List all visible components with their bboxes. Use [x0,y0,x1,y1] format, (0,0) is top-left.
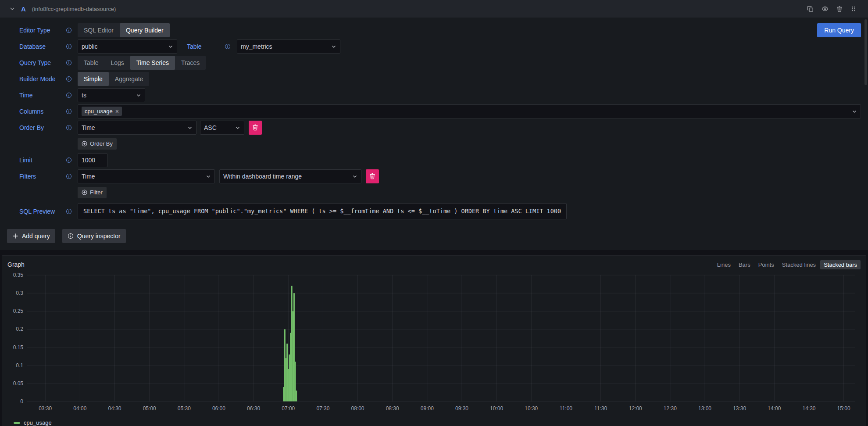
svg-text:11:30: 11:30 [594,405,607,412]
query-type-row: Query Type Table Logs Time Series Traces [19,55,861,70]
query-type-option-table[interactable]: Table [78,56,104,70]
graph-panel-header: Graph Lines Bars Points Stacked lines St… [7,258,861,272]
table-select-value: my_metrics [241,43,272,50]
page-scrollbar[interactable] [864,19,867,85]
sql-preview-row: SQL Preview SELECT ts as "time", cpu_usa… [19,203,861,219]
limit-input[interactable] [78,153,107,167]
plus-circle-icon [82,190,87,195]
remove-order-by-trash-icon[interactable] [249,121,262,135]
svg-text:0.15: 0.15 [13,344,24,351]
info-icon[interactable] [66,125,72,131]
editor-type-label: Editor Type [19,27,72,34]
order-by-direction-value: ASC [204,124,217,131]
info-icon[interactable] [66,208,72,215]
table-select[interactable]: my_metrics [237,39,340,54]
info-icon[interactable] [66,157,72,163]
query-type-group: Table Logs Time Series Traces [78,56,206,70]
add-order-by-row: Order By [19,136,861,151]
svg-text:07:30: 07:30 [316,405,329,412]
graph-mode-points[interactable]: Points [755,260,778,269]
duplicate-query-icon[interactable] [807,6,814,12]
info-icon[interactable] [225,43,231,50]
chevron-down-icon [206,174,211,179]
svg-text:10:30: 10:30 [525,405,538,412]
add-filter-button[interactable]: Filter [78,187,107,198]
collapse-chevron-icon[interactable] [10,6,15,11]
query-ref-letter[interactable]: A [21,5,26,13]
chevron-down-icon [852,109,857,114]
filter-field-select[interactable]: Time [78,169,215,183]
query-type-option-logs[interactable]: Logs [104,56,130,70]
info-icon[interactable] [66,108,72,115]
graph-mode-switcher: Lines Bars Points Stacked lines Stacked … [713,260,861,269]
builder-mode-option-simple[interactable]: Simple [78,72,109,86]
filters-label-text: Filters [19,173,36,180]
svg-text:0.35: 0.35 [13,272,24,278]
graph-mode-stacked-bars[interactable]: Stacked bars [820,260,861,269]
sql-preview-box: SELECT ts as "time", cpu_usage FROM "pub… [78,203,567,219]
svg-text:08:30: 08:30 [386,405,399,412]
table-label-text: Table [187,43,201,50]
query-type-option-time-series[interactable]: Time Series [130,56,175,70]
order-by-field-value: Time [82,124,95,131]
graph-mode-stacked-lines[interactable]: Stacked lines [779,260,819,269]
graph-svg[interactable]: 00.050.10.150.20.250.30.3503:3004:0004:3… [7,272,861,416]
svg-text:0.1: 0.1 [16,362,23,369]
info-icon[interactable] [66,60,72,66]
info-icon[interactable] [66,92,72,98]
editor-type-option-sql-editor[interactable]: SQL Editor [78,23,120,37]
info-icon[interactable] [66,27,72,33]
time-column-select[interactable]: ts [78,88,145,102]
order-by-field-select[interactable]: Time [78,121,196,135]
query-inspector-label: Query inspector [77,233,121,240]
time-column-select-value: ts [82,92,86,99]
add-order-by-button[interactable]: Order By [78,138,117,150]
legend-item-cpu-usage[interactable]: cpu_usage [7,418,861,426]
filter-field-value: Time [82,173,95,180]
graph-mode-bars[interactable]: Bars [735,260,754,269]
delete-query-trash-icon[interactable] [836,6,843,12]
columns-label: Columns [19,108,72,115]
svg-text:13:00: 13:00 [698,405,711,412]
add-query-button[interactable]: Add query [7,229,55,243]
legend-label: cpu_usage [24,419,52,426]
info-icon[interactable] [66,76,72,82]
order-by-direction-select[interactable]: ASC [200,121,244,135]
database-select[interactable]: public [78,39,177,54]
info-icon[interactable] [66,173,72,179]
svg-text:05:30: 05:30 [178,405,191,412]
toggle-visibility-eye-icon[interactable] [822,5,829,12]
builder-mode-row: Builder Mode Simple Aggregate [19,72,861,86]
editor-type-row: Editor Type SQL Editor Query Builder Run… [19,23,861,37]
database-label: Database [19,43,72,50]
query-inspector-button[interactable]: Query inspector [62,229,126,243]
svg-text:13:30: 13:30 [733,405,746,412]
sql-preview-label: SQL Preview [19,208,72,215]
editor-type-option-query-builder[interactable]: Query Builder [120,23,170,37]
drag-handle-grip-icon[interactable] [850,6,857,12]
filters-row: Filters Time Within dashboard time range [19,169,861,183]
database-select-value: public [82,43,98,50]
query-type-option-traces[interactable]: Traces [175,56,206,70]
order-by-label: Order By [19,124,72,131]
svg-text:09:30: 09:30 [455,405,468,412]
table-label: Table [187,43,231,50]
svg-text:06:00: 06:00 [212,405,225,412]
add-filter-label: Filter [90,189,103,196]
limit-label-text: Limit [19,157,32,164]
remove-tag-icon[interactable]: × [115,108,119,115]
add-filter-row: Filter [19,185,861,200]
query-header-actions [807,5,857,12]
columns-multiselect[interactable]: cpu_usage × [78,104,861,118]
info-circle-icon [68,233,74,239]
builder-mode-option-aggregate[interactable]: Aggregate [109,72,150,86]
graph-mode-lines[interactable]: Lines [714,260,734,269]
filter-condition-select[interactable]: Within dashboard time range [219,169,361,183]
filter-condition-value: Within dashboard time range [223,173,302,180]
info-icon[interactable] [66,43,72,50]
column-tag[interactable]: cpu_usage × [82,107,122,116]
svg-text:15:00: 15:00 [837,405,850,412]
remove-filter-trash-icon[interactable] [366,169,379,183]
svg-text:10:00: 10:00 [490,405,503,412]
run-query-button[interactable]: Run Query [817,23,861,37]
